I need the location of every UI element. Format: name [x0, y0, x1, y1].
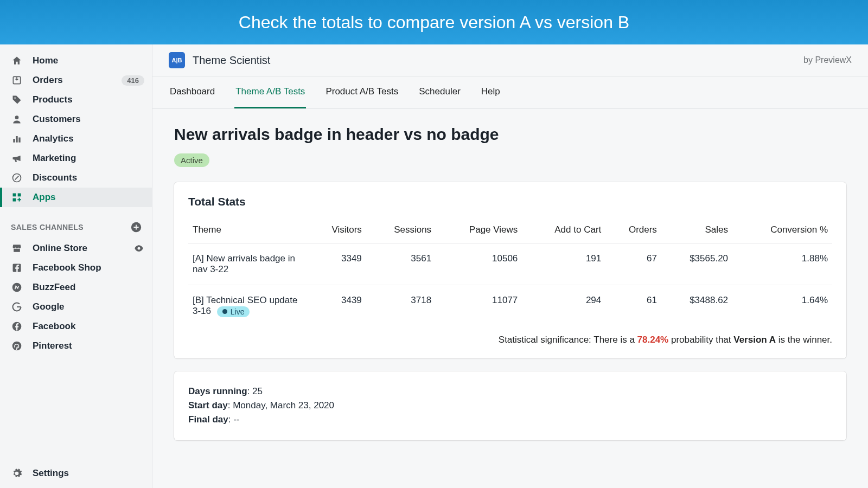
- tab-product-ab-tests[interactable]: Product A/B Tests: [324, 76, 399, 108]
- store-icon: [11, 242, 23, 254]
- cell-sessions: 3561: [366, 243, 436, 285]
- sales-channels-header: SALES CHANNELS: [11, 223, 84, 232]
- col-add-to-cart: Add to Cart: [522, 218, 605, 243]
- channel-online-store[interactable]: Online Store: [0, 239, 152, 258]
- sidebar-item-label: Orders: [33, 75, 112, 86]
- tab-theme-ab-tests[interactable]: Theme A/B Tests: [234, 76, 306, 108]
- sidebar-item-products[interactable]: Products: [0, 90, 152, 110]
- cell-orders: 61: [605, 285, 661, 327]
- statistical-significance: Statistical significance: There is a 78.…: [188, 327, 832, 345]
- status-badge: Active: [174, 153, 209, 167]
- stats-heading: Total Stats: [188, 195, 832, 208]
- channel-label: Facebook Shop: [33, 262, 144, 273]
- channel-pinterest[interactable]: Pinterest: [0, 336, 152, 356]
- channel-facebook-shop[interactable]: Facebook Shop: [0, 258, 152, 278]
- sidebar-item-discounts[interactable]: Discounts: [0, 168, 152, 188]
- col-orders: Orders: [605, 218, 661, 243]
- svg-rect-3: [13, 139, 15, 143]
- svg-rect-9: [13, 198, 16, 202]
- sidebar-item-label: Products: [33, 94, 144, 105]
- app-byline: by PreviewX: [803, 55, 852, 65]
- total-stats-card: Total Stats Theme Visitors Sessions Page…: [174, 182, 846, 358]
- channel-google[interactable]: Google: [0, 297, 152, 317]
- pinterest-icon: [11, 340, 23, 352]
- sidebar-item-settings[interactable]: Settings: [0, 464, 152, 488]
- sidebar: Home Orders 416 Products Customers Analy…: [0, 44, 152, 488]
- sidebar-item-label: Discounts: [33, 172, 144, 183]
- sidebar-item-analytics[interactable]: Analytics: [0, 129, 152, 149]
- col-visitors: Visitors: [308, 218, 366, 243]
- sidebar-item-label: Apps: [33, 192, 144, 203]
- facebook-square-icon: [11, 262, 23, 274]
- inbox-icon: [11, 74, 23, 86]
- meta-card: Days running: 25 Start day: Monday, Marc…: [174, 371, 846, 440]
- cell-page-views: 11077: [436, 285, 522, 327]
- tab-scheduler[interactable]: Scheduler: [418, 76, 462, 108]
- cell-orders: 67: [605, 243, 661, 285]
- cell-conversion: 1.64%: [732, 285, 832, 327]
- sidebar-item-customers[interactable]: Customers: [0, 110, 152, 129]
- col-sales: Sales: [661, 218, 732, 243]
- sidebar-item-label: Marketing: [33, 153, 144, 164]
- eye-icon[interactable]: [133, 243, 144, 254]
- buzzfeed-icon: [11, 281, 23, 293]
- live-badge: Live: [217, 306, 250, 317]
- channel-label: Pinterest: [33, 341, 144, 351]
- col-sessions: Sessions: [366, 218, 436, 243]
- tab-bar: Dashboard Theme A/B Tests Product A/B Te…: [152, 76, 868, 109]
- cell-visitors: 3349: [308, 243, 366, 285]
- channel-label: Google: [33, 301, 144, 312]
- sidebar-item-label: Settings: [33, 468, 144, 479]
- cell-sales: $3488.62: [661, 285, 732, 327]
- megaphone-icon: [11, 152, 23, 164]
- tab-help[interactable]: Help: [480, 76, 501, 108]
- table-row: [A] New arrivals badge in nav 3-22 3349 …: [188, 243, 832, 285]
- svg-rect-5: [18, 138, 20, 143]
- promo-banner: Check the totals to compare version A vs…: [0, 0, 868, 44]
- gear-icon: [11, 467, 23, 479]
- cell-sales: $3565.20: [661, 243, 732, 285]
- discount-icon: [11, 172, 23, 184]
- cell-add-to-cart: 294: [522, 285, 605, 327]
- col-conversion: Conversion %: [732, 218, 832, 243]
- col-theme: Theme: [188, 218, 308, 243]
- app-header: A|B Theme Scientist by PreviewX: [152, 44, 868, 76]
- cell-page-views: 10506: [436, 243, 522, 285]
- channel-label: Online Store: [33, 243, 124, 254]
- sidebar-item-home[interactable]: Home: [0, 51, 152, 70]
- svg-rect-8: [18, 194, 21, 197]
- live-dot-icon: [222, 309, 227, 314]
- main-content: A|B Theme Scientist by PreviewX Dashboar…: [152, 44, 868, 488]
- svg-rect-4: [16, 136, 17, 143]
- table-row: [B] Technical SEO update 3-16 Live 3439 …: [188, 285, 832, 327]
- sidebar-item-orders[interactable]: Orders 416: [0, 70, 152, 90]
- page-title: New arrivals badge in header vs no badge: [174, 125, 846, 144]
- channel-label: BuzzFeed: [33, 282, 144, 293]
- apps-icon: [11, 191, 23, 203]
- tag-icon: [11, 94, 23, 106]
- stats-table: Theme Visitors Sessions Page Views Add t…: [188, 218, 832, 327]
- svg-point-1: [14, 97, 16, 99]
- channel-buzzfeed[interactable]: BuzzFeed: [0, 278, 152, 297]
- sidebar-item-apps[interactable]: Apps: [0, 188, 152, 207]
- home-icon: [11, 55, 23, 67]
- cell-add-to-cart: 191: [522, 243, 605, 285]
- sidebar-item-label: Customers: [33, 114, 144, 125]
- svg-point-2: [15, 115, 19, 119]
- cell-visitors: 3439: [308, 285, 366, 327]
- svg-rect-7: [13, 194, 16, 197]
- sidebar-item-label: Analytics: [33, 133, 144, 144]
- channel-facebook[interactable]: Facebook: [0, 317, 152, 336]
- add-channel-button[interactable]: [130, 221, 142, 233]
- col-page-views: Page Views: [436, 218, 522, 243]
- cell-conversion: 1.88%: [732, 243, 832, 285]
- tab-dashboard[interactable]: Dashboard: [169, 76, 216, 108]
- channel-label: Facebook: [33, 321, 144, 332]
- google-icon: [11, 301, 23, 313]
- person-icon: [11, 113, 23, 125]
- theme-name: [A] New arrivals badge in nav 3-22: [193, 253, 295, 274]
- bar-chart-icon: [11, 133, 23, 145]
- sidebar-item-marketing[interactable]: Marketing: [0, 149, 152, 168]
- cell-sessions: 3718: [366, 285, 436, 327]
- facebook-icon: [11, 320, 23, 332]
